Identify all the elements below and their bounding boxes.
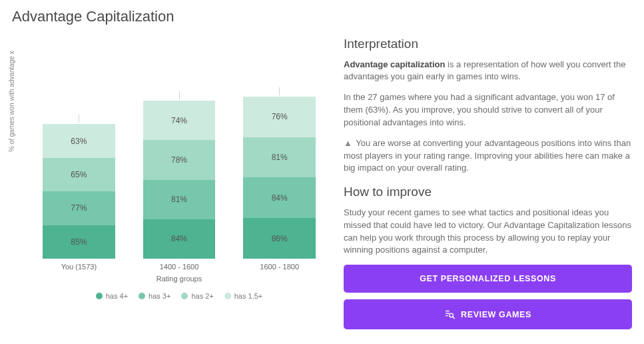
bar-segment: 76% — [243, 97, 316, 137]
chart-legend: has 4+has 3+has 2+has 1.5+ — [33, 292, 325, 300]
x-tick-label: You (1573) — [43, 263, 115, 271]
x-axis-label: Rating groups — [33, 275, 325, 283]
bar-segment: 85% — [43, 225, 115, 259]
interpretation-warning: ▲ You are worse at converting your advan… — [344, 137, 632, 175]
bar-segment: 63% — [43, 124, 115, 157]
bar-segment: 77% — [43, 191, 115, 225]
bar-segment: 84% — [243, 177, 316, 218]
legend-item: has 4+ — [96, 292, 128, 300]
legend-label: has 4+ — [106, 292, 128, 300]
bar-column: 86%84%81%76% — [243, 87, 316, 259]
bar-segment: 86% — [243, 218, 316, 259]
svg-line-4 — [453, 317, 455, 319]
interpretation-p2: In the 27 games where you had a signific… — [344, 91, 632, 129]
page-title: Advantage Capitalization — [12, 8, 632, 25]
legend-swatch — [224, 293, 231, 299]
x-tick-label: 1600 - 1800 — [243, 263, 316, 271]
legend-item: has 1.5+ — [224, 292, 263, 300]
bar-segment: 65% — [43, 158, 115, 191]
legend-swatch — [139, 293, 145, 299]
get-lessons-button[interactable]: GET PERSONALIZED LESSONS — [344, 265, 632, 293]
review-games-button[interactable]: REVIEW GAMES — [344, 299, 632, 329]
warning-icon: ▲ — [344, 137, 352, 150]
bar-segment: 78% — [143, 140, 216, 179]
legend-swatch — [181, 293, 188, 299]
interpretation-heading: Interpretation — [344, 35, 632, 53]
legend-label: has 3+ — [149, 292, 170, 300]
bar-segment: 74% — [143, 101, 216, 140]
improve-p1: Study your recent games to see what tact… — [344, 207, 632, 257]
chart-area: % of games won with advantage x 85%77%65… — [12, 32, 325, 336]
legend-item: has 3+ — [139, 292, 170, 300]
interp-lead-strong: Advantage capitalization — [344, 59, 445, 69]
bar-segment: 81% — [143, 180, 216, 219]
legend-label: has 2+ — [191, 292, 213, 300]
search-list-icon — [444, 309, 456, 320]
legend-swatch — [96, 293, 103, 299]
bar-column: 84%81%78%74% — [143, 91, 216, 259]
bar-segment: 81% — [243, 137, 316, 178]
bar-segment: 84% — [143, 219, 216, 259]
improve-heading: How to improve — [344, 183, 632, 201]
legend-item: has 2+ — [181, 292, 213, 300]
x-tick-label: 1400 - 1600 — [143, 263, 216, 271]
svg-point-3 — [450, 313, 454, 317]
get-lessons-label: GET PERSONALIZED LESSONS — [420, 274, 556, 283]
review-games-label: REVIEW GAMES — [461, 310, 531, 319]
bar-column: 85%77%65%63% — [43, 115, 115, 259]
interp-warn-text: You are worse at converting your advanta… — [344, 138, 631, 173]
y-axis-label: % of games won with advantage x — [8, 51, 15, 152]
interpretation-p1: Advantage capitalization is a representa… — [344, 59, 632, 84]
legend-label: has 1.5+ — [234, 292, 263, 300]
